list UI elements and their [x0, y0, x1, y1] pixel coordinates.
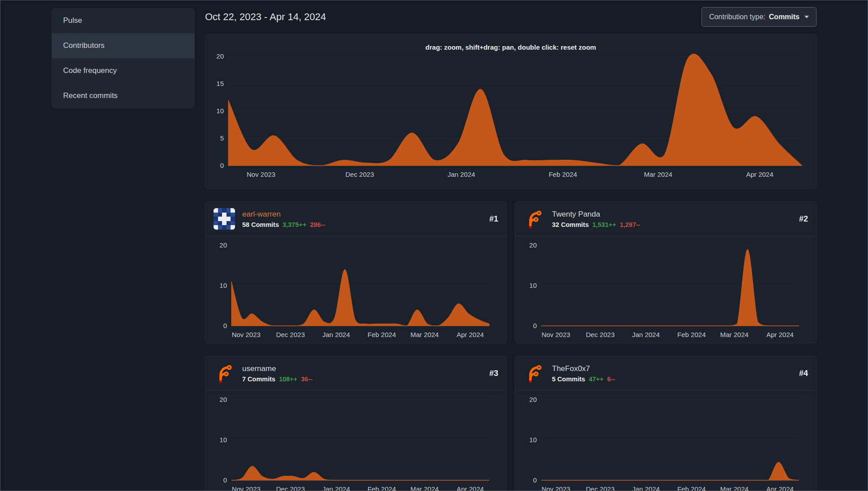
contributor-card: username 7 Commits 108++ 36-- #3 01020No…	[205, 356, 507, 491]
svg-text:Jan 2024: Jan 2024	[632, 485, 660, 491]
svg-text:Nov 2023: Nov 2023	[542, 485, 570, 491]
svg-text:Mar 2024: Mar 2024	[720, 485, 748, 491]
svg-text:Apr 2024: Apr 2024	[457, 485, 484, 491]
additions-count: 108++	[279, 376, 297, 383]
svg-text:Feb 2024: Feb 2024	[549, 171, 577, 178]
svg-text:Jan 2024: Jan 2024	[322, 331, 350, 338]
forgejo-logo-avatar[interactable]	[523, 208, 545, 230]
rank-badge: #1	[489, 214, 498, 224]
svg-text:Dec 2023: Dec 2023	[586, 331, 615, 338]
chart-zoom-hint: drag: zoom, shift+drag: pan, double clic…	[205, 34, 816, 51]
rank-badge: #2	[799, 214, 808, 224]
deletions-count: 286--	[310, 221, 325, 228]
svg-text:10: 10	[216, 107, 224, 115]
sidebar-item-pulse[interactable]: Pulse	[51, 8, 195, 33]
contribution-type-dropdown[interactable]: Contribution type: Commits	[701, 7, 817, 27]
svg-text:Apr 2024: Apr 2024	[766, 331, 794, 338]
contributor-chart[interactable]: 01020Nov 2023Dec 2023Jan 2024Feb 2024Mar…	[521, 240, 811, 341]
contributor-stats: 58 Commits 3,375++ 286--	[242, 221, 325, 228]
svg-text:0: 0	[533, 322, 537, 329]
rank-badge: #3	[489, 369, 498, 378]
svg-text:Mar 2024: Mar 2024	[410, 485, 439, 491]
contributor-stats: 7 Commits 108++ 36--	[242, 376, 312, 383]
sidebar-item-recent-commits[interactable]: Recent commits	[51, 83, 195, 108]
contributor-card: TheFox0x7 5 Commits 47++ 6-- #4 01020Nov…	[515, 356, 817, 491]
svg-text:Nov 2023: Nov 2023	[247, 171, 275, 178]
deletions-count: 1,297--	[620, 221, 640, 228]
contributor-stats: 5 Commits 47++ 6--	[552, 376, 615, 383]
activity-sidebar: Pulse Contributors Code frequency Recent…	[51, 8, 195, 108]
contributor-chart[interactable]: 01020Nov 2023Dec 2023Jan 2024Feb 2024Mar…	[211, 394, 501, 491]
contributor-info: TheFox0x7 5 Commits 47++ 6--	[552, 364, 615, 383]
svg-text:0: 0	[223, 476, 227, 484]
sidebar-item-code-frequency[interactable]: Code frequency	[51, 58, 195, 83]
contributor-name[interactable]: TheFox0x7	[552, 364, 615, 373]
topbar: Oct 22, 2023 - Apr 14, 2024 Contribution…	[205, 0, 817, 34]
svg-text:20: 20	[219, 241, 227, 249]
svg-text:Jan 2024: Jan 2024	[632, 331, 660, 338]
contributor-info: earl-warren 58 Commits 3,375++ 286--	[242, 210, 325, 228]
svg-text:Jan 2024: Jan 2024	[448, 171, 475, 178]
contributors-main: Oct 22, 2023 - Apr 14, 2024 Contribution…	[205, 0, 817, 491]
sidebar-item-contributors[interactable]: Contributors	[51, 33, 195, 58]
contributor-name[interactable]: earl-warren	[242, 210, 325, 219]
svg-text:15: 15	[216, 80, 224, 87]
svg-text:Mar 2024: Mar 2024	[644, 171, 672, 178]
contributor-chart-wrap: 01020Nov 2023Dec 2023Jan 2024Feb 2024Mar…	[515, 236, 816, 343]
svg-text:20: 20	[216, 52, 224, 60]
svg-text:20: 20	[529, 396, 537, 403]
contribution-type-value: Commits	[769, 13, 800, 21]
contributor-chart[interactable]: 01020Nov 2023Dec 2023Jan 2024Feb 2024Mar…	[521, 394, 811, 491]
svg-text:Nov 2023: Nov 2023	[232, 331, 261, 338]
contributor-chart-wrap: 01020Nov 2023Dec 2023Jan 2024Feb 2024Mar…	[205, 391, 506, 491]
svg-text:Nov 2023: Nov 2023	[542, 331, 570, 338]
contributor-name[interactable]: Twenty Panda	[552, 210, 640, 219]
svg-text:10: 10	[219, 282, 227, 289]
contributor-name[interactable]: username	[242, 364, 312, 373]
forgejo-logo-avatar[interactable]	[214, 363, 235, 384]
commit-count: 7 Commits	[242, 376, 275, 383]
contributor-stats: 32 Commits 1,531++ 1,297--	[552, 221, 640, 228]
contributor-chart[interactable]: 01020Nov 2023Dec 2023Jan 2024Feb 2024Mar…	[211, 240, 501, 341]
chevron-down-icon	[804, 16, 809, 18]
svg-text:Dec 2023: Dec 2023	[276, 331, 305, 338]
svg-text:Feb 2024: Feb 2024	[368, 485, 396, 491]
overall-contributions-chart[interactable]: 05101520Nov 2023Dec 2023Jan 2024Feb 2024…	[208, 51, 814, 181]
forgejo-logo-avatar[interactable]	[523, 363, 545, 384]
additions-count: 1,531++	[592, 221, 616, 228]
svg-text:Dec 2023: Dec 2023	[276, 485, 305, 491]
svg-text:Nov 2023: Nov 2023	[232, 485, 261, 491]
svg-text:Mar 2024: Mar 2024	[720, 331, 748, 338]
svg-text:Feb 2024: Feb 2024	[677, 485, 706, 491]
contributor-card: earl-warren 58 Commits 3,375++ 286-- #1 …	[205, 201, 507, 343]
svg-text:Feb 2024: Feb 2024	[368, 331, 396, 338]
svg-text:0: 0	[223, 322, 227, 329]
svg-text:10: 10	[529, 436, 537, 444]
date-range-title: Oct 22, 2023 - Apr 14, 2024	[205, 11, 326, 23]
rank-badge: #4	[799, 369, 808, 378]
deletions-count: 36--	[301, 376, 312, 383]
additions-count: 3,375++	[282, 221, 306, 228]
overall-contributions-card: drag: zoom, shift+drag: pan, double clic…	[205, 34, 817, 189]
svg-text:10: 10	[529, 282, 537, 289]
commit-count: 58 Commits	[242, 221, 279, 228]
contributor-grid: earl-warren 58 Commits 3,375++ 286-- #1 …	[205, 201, 817, 491]
contributor-info: Twenty Panda 32 Commits 1,531++ 1,297--	[552, 210, 640, 228]
svg-text:Apr 2024: Apr 2024	[766, 485, 794, 491]
contributor-chart-wrap: 01020Nov 2023Dec 2023Jan 2024Feb 2024Mar…	[205, 236, 506, 343]
svg-text:0: 0	[533, 476, 537, 484]
svg-text:Dec 2023: Dec 2023	[345, 171, 374, 178]
svg-text:20: 20	[219, 396, 227, 403]
contributor-info: username 7 Commits 108++ 36--	[242, 364, 312, 383]
contributor-card-header: earl-warren 58 Commits 3,375++ 286-- #1	[205, 202, 506, 236]
svg-text:0: 0	[220, 162, 224, 169]
additions-count: 47++	[589, 376, 603, 383]
svg-text:5: 5	[220, 134, 224, 142]
svg-text:10: 10	[219, 436, 227, 444]
svg-text:Apr 2024: Apr 2024	[457, 331, 484, 338]
contribution-type-label: Contribution type:	[709, 13, 765, 21]
commit-count: 32 Commits	[552, 221, 589, 228]
contributor-card-header: Twenty Panda 32 Commits 1,531++ 1,297-- …	[515, 202, 816, 236]
deletions-count: 6--	[607, 376, 615, 383]
identicon-avatar[interactable]	[214, 208, 235, 230]
